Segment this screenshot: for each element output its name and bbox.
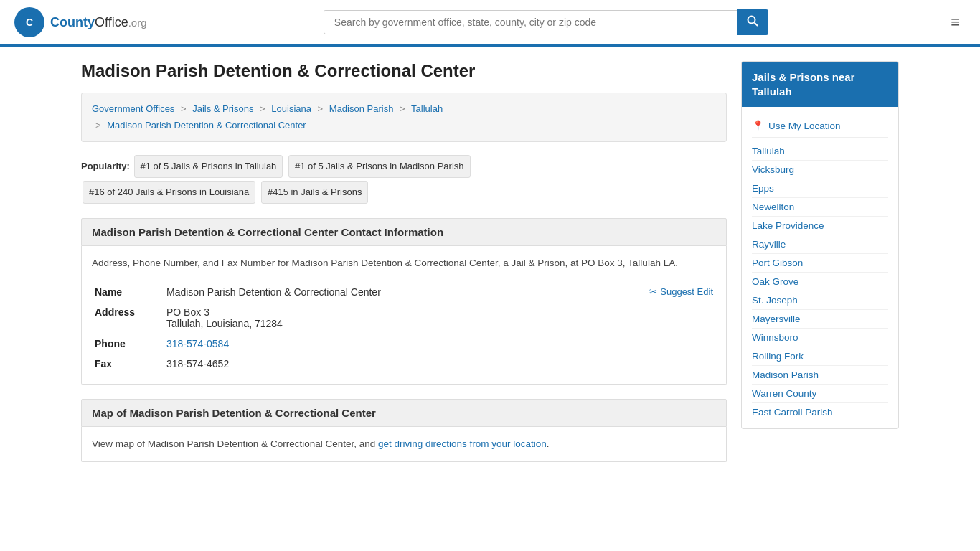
- sidebar-link[interactable]: Mayersville: [752, 310, 888, 329]
- sidebar: Jails & Prisons near Tallulah 📍 Use My L…: [741, 61, 899, 476]
- breadcrumb-govt-offices[interactable]: Government Offices: [92, 103, 174, 114]
- search-input[interactable]: [324, 10, 737, 34]
- sidebar-link[interactable]: Warren County: [752, 385, 888, 403]
- map-section-body: View map of Madison Parish Detention & C…: [81, 427, 727, 462]
- sidebar-link[interactable]: Rayville: [752, 235, 888, 254]
- svg-line-3: [754, 23, 758, 27]
- sidebar-title: Jails & Prisons near Tallulah: [742, 62, 898, 107]
- search-area: [324, 9, 768, 35]
- phone-value: 318-574-0584: [164, 334, 716, 354]
- name-label: Name: [92, 282, 164, 302]
- sidebar-link[interactable]: Madison Parish: [752, 366, 888, 385]
- header: C CountyOffice.org ≡: [0, 0, 980, 47]
- map-description: View map of Madison Parish Detention & C…: [92, 437, 716, 451]
- table-row: Address PO Box 3 Tallulah, Louisiana, 71…: [92, 302, 716, 334]
- breadcrumb-louisiana[interactable]: Louisiana: [271, 103, 311, 114]
- contact-table: Name Madison Parish Detention & Correcti…: [92, 282, 716, 374]
- contact-section-body: Address, Phone Number, and Fax Number fo…: [81, 246, 727, 385]
- sidebar-links-container: TallulahVicksburgEppsNewelltonLake Provi…: [752, 142, 888, 421]
- sidebar-body: 📍 Use My Location TallulahVicksburgEppsN…: [742, 107, 898, 428]
- address-label: Address: [92, 302, 164, 334]
- sidebar-link[interactable]: Winnsboro: [752, 329, 888, 347]
- table-row: Name Madison Parish Detention & Correcti…: [92, 282, 716, 302]
- phone-label: Phone: [92, 334, 164, 354]
- suggest-edit-link[interactable]: ✂ Suggest Edit: [649, 286, 713, 297]
- use-location-link[interactable]: 📍 Use My Location: [752, 114, 888, 138]
- table-row: Fax 318-574-4652: [92, 354, 716, 374]
- sidebar-link[interactable]: Epps: [752, 179, 888, 198]
- name-value: Madison Parish Detention & Correctional …: [164, 282, 716, 302]
- popularity-badge-3: #16 of 240 Jails & Prisons in Louisiana: [83, 181, 255, 204]
- page-title: Madison Parish Detention & Correctional …: [81, 61, 727, 81]
- table-row: Phone 318-574-0584: [92, 334, 716, 354]
- sidebar-link[interactable]: Oak Grove: [752, 273, 888, 291]
- popularity-section: Popularity: #1 of 5 Jails & Prisons in T…: [81, 154, 727, 205]
- sidebar-link[interactable]: East Carroll Parish: [752, 403, 888, 421]
- main-container: Madison Parish Detention & Correctional …: [60, 47, 920, 491]
- phone-link[interactable]: 318-574-0584: [166, 338, 229, 349]
- svg-point-2: [748, 17, 755, 24]
- breadcrumb-madison-parish[interactable]: Madison Parish: [329, 103, 394, 114]
- logo-icon: C: [14, 7, 44, 37]
- fax-value: 318-574-4652: [164, 354, 716, 374]
- sidebar-box: Jails & Prisons near Tallulah 📍 Use My L…: [741, 61, 899, 429]
- driving-directions-link[interactable]: get driving directions from your locatio…: [378, 438, 547, 449]
- breadcrumb-jails-prisons[interactable]: Jails & Prisons: [192, 103, 253, 114]
- contact-section: Madison Parish Detention & Correctional …: [81, 218, 727, 385]
- sidebar-link[interactable]: St. Joseph: [752, 291, 888, 310]
- fax-label: Fax: [92, 354, 164, 374]
- svg-text:C: C: [26, 17, 33, 28]
- sidebar-link[interactable]: Port Gibson: [752, 254, 888, 273]
- logo-area: C CountyOffice.org: [14, 7, 147, 37]
- contact-section-header: Madison Parish Detention & Correctional …: [81, 218, 727, 246]
- popularity-badge-1: #1 of 5 Jails & Prisons in Tallulah: [134, 155, 283, 178]
- popularity-badge-4: #415 in Jails & Prisons: [261, 181, 369, 204]
- pin-icon: 📍: [752, 120, 764, 131]
- suggest-edit-icon: ✂: [649, 286, 657, 297]
- sidebar-link[interactable]: Rolling Fork: [752, 347, 888, 366]
- logo-text: CountyOffice.org: [50, 15, 147, 30]
- content-area: Madison Parish Detention & Correctional …: [81, 61, 727, 476]
- popularity-badge-2: #1 of 5 Jails & Prisons in Madison Paris…: [288, 155, 471, 178]
- map-section-header: Map of Madison Parish Detention & Correc…: [81, 399, 727, 427]
- sidebar-link[interactable]: Vicksburg: [752, 161, 888, 179]
- map-section: Map of Madison Parish Detention & Correc…: [81, 399, 727, 462]
- sidebar-link[interactable]: Lake Providence: [752, 217, 888, 235]
- breadcrumb-current[interactable]: Madison Parish Detention & Correctional …: [107, 120, 306, 131]
- contact-description: Address, Phone Number, and Fax Number fo…: [92, 256, 716, 270]
- sidebar-link[interactable]: Tallulah: [752, 142, 888, 161]
- sidebar-link[interactable]: Newellton: [752, 198, 888, 217]
- search-button[interactable]: [737, 9, 768, 35]
- breadcrumb: Government Offices > Jails & Prisons > L…: [81, 93, 727, 142]
- menu-icon[interactable]: ≡: [945, 10, 966, 34]
- address-value: PO Box 3 Tallulah, Louisiana, 71284: [164, 302, 716, 334]
- breadcrumb-tallulah[interactable]: Tallulah: [411, 103, 443, 114]
